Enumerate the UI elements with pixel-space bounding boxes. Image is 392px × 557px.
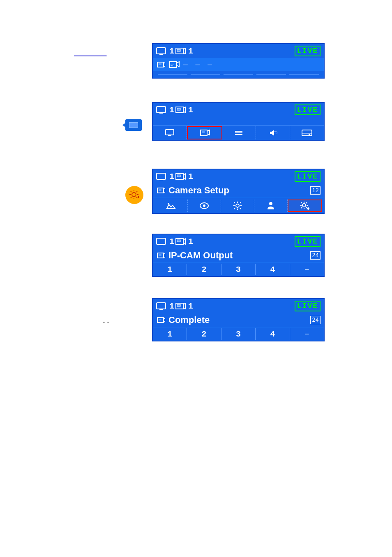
list-tab-icon (234, 130, 243, 136)
cam-no-icon: No (168, 61, 180, 68)
divider-line-2 (191, 74, 220, 75)
svg-rect-80 (159, 254, 161, 256)
svg-rect-40 (157, 173, 166, 179)
svg-line-60 (234, 208, 235, 209)
channel-number: 1 (169, 46, 174, 56)
cam-icon-4 (174, 237, 186, 246)
svg-marker-19 (207, 130, 210, 135)
icon-tabs-row-2: )))) (153, 125, 324, 140)
quote-close: " (107, 320, 109, 327)
gear-plus-tab-icon (300, 201, 310, 210)
svg-rect-4 (177, 49, 180, 51)
panel-1: ___________ 1 1 L (152, 43, 325, 86)
setup-tabs-row-3 (153, 198, 324, 213)
live-badge-2: LIVE (295, 104, 321, 115)
menu-row-3: Camera Setup 12 (153, 183, 324, 198)
cam-icon-5 (174, 302, 186, 310)
svg-line-67 (301, 202, 302, 203)
panel-2: 1 1 LIVE (152, 102, 325, 141)
setup-tab-person[interactable] (254, 200, 288, 212)
setup-tab-settings[interactable] (221, 200, 254, 212)
svg-marker-14 (183, 107, 186, 113)
svg-line-57 (234, 202, 235, 203)
svg-marker-79 (164, 253, 165, 258)
cam-num-5: 1 (188, 302, 193, 311)
page-num-5: 24 (310, 316, 321, 324)
tab-hdd[interactable] (290, 126, 324, 139)
divider-line-5 (289, 74, 319, 75)
panel-5-wrapper: " " 1 1 LIVE (152, 298, 325, 349)
svg-point-29 (132, 193, 136, 197)
svg-rect-26 (302, 130, 312, 136)
speaker-tab-icon: )))) (268, 129, 277, 137)
monitor-icon-5 (156, 302, 166, 310)
num-tab-2[interactable]: 2 (187, 264, 221, 275)
cam-num-4: 1 (188, 237, 193, 246)
cam-icon-menu-3 (156, 187, 165, 194)
svg-point-52 (236, 204, 239, 207)
num-tab-5-2[interactable]: 2 (187, 328, 221, 340)
tab-audio[interactable]: )))) (256, 126, 290, 139)
svg-line-59 (240, 202, 241, 203)
svg-rect-16 (166, 130, 174, 135)
channel-5: 1 (169, 302, 174, 311)
num-tab-5-1[interactable]: 1 (153, 328, 187, 340)
svg-line-34 (131, 191, 131, 192)
svg-point-62 (302, 204, 306, 207)
landscape-icon (166, 202, 176, 210)
cam-icon-small-1 (156, 61, 165, 68)
menu-text-4: IP-CAM Output (168, 250, 233, 261)
setup-tab-view[interactable] (188, 200, 221, 212)
tab-list[interactable] (222, 126, 256, 139)
svg-rect-11 (157, 107, 166, 113)
page-num-4: 24 (310, 251, 321, 260)
svg-line-68 (306, 207, 307, 208)
cam-number-row1: 1 (188, 46, 193, 56)
side-cam-icon (125, 119, 142, 131)
channel-2: 1 (169, 105, 174, 115)
hdd-tab-icon (302, 129, 312, 137)
monitor-tab-icon (165, 129, 174, 137)
divider-line-4 (256, 74, 286, 75)
svg-marker-46 (164, 188, 165, 193)
num-tab-4[interactable]: 4 (256, 264, 290, 275)
quote-open: " (103, 320, 105, 327)
setup-tab-network[interactable] (288, 200, 322, 212)
menu-row-4: IP-CAM Output 24 (153, 248, 324, 263)
num-tab-5-3[interactable]: 3 (221, 328, 256, 340)
svg-rect-88 (159, 319, 161, 320)
svg-marker-48 (167, 204, 175, 209)
setup-tab-camera[interactable] (154, 200, 188, 212)
cam-icon-menu-4 (156, 252, 165, 259)
panel-3: 1 1 LIVE Camera Setup 12 (152, 169, 325, 214)
svg-line-70 (301, 207, 302, 208)
svg-line-36 (136, 191, 137, 192)
svg-marker-3 (183, 48, 186, 54)
empty-row-2 (153, 117, 324, 125)
svg-line-69 (306, 202, 307, 203)
complete-text: Complete (168, 315, 210, 325)
svg-text:No: No (171, 63, 175, 67)
cam-icon-row1 (174, 47, 186, 55)
panel-5: 1 1 LIVE Complete 24 (152, 298, 325, 341)
dashes-1: — — — (183, 60, 214, 69)
side-cam-box (125, 119, 142, 131)
live-badge-4: LIVE (295, 236, 321, 247)
cam-icon-menu-5 (156, 317, 165, 323)
svg-rect-77 (177, 240, 180, 242)
svg-rect-1 (159, 54, 163, 55)
num-tab-3[interactable]: 3 (221, 264, 256, 275)
cam-icon-2 (174, 106, 186, 114)
num-tabs-4: 1 2 3 4 — (153, 263, 324, 276)
svg-rect-74 (159, 244, 163, 245)
cam-num-2: 1 (188, 105, 193, 115)
num-tab-5-4[interactable]: 4 (256, 328, 290, 340)
tab-camera[interactable] (187, 126, 222, 139)
svg-rect-15 (177, 108, 180, 110)
svg-point-51 (203, 204, 205, 207)
num-tab-1[interactable]: 1 (153, 264, 187, 275)
divider-line-3 (224, 74, 253, 75)
panel-3-wrapper: 1 1 LIVE Camera Setup 12 (152, 169, 325, 221)
tab-monitor[interactable] (153, 126, 187, 139)
svg-rect-85 (177, 304, 180, 306)
